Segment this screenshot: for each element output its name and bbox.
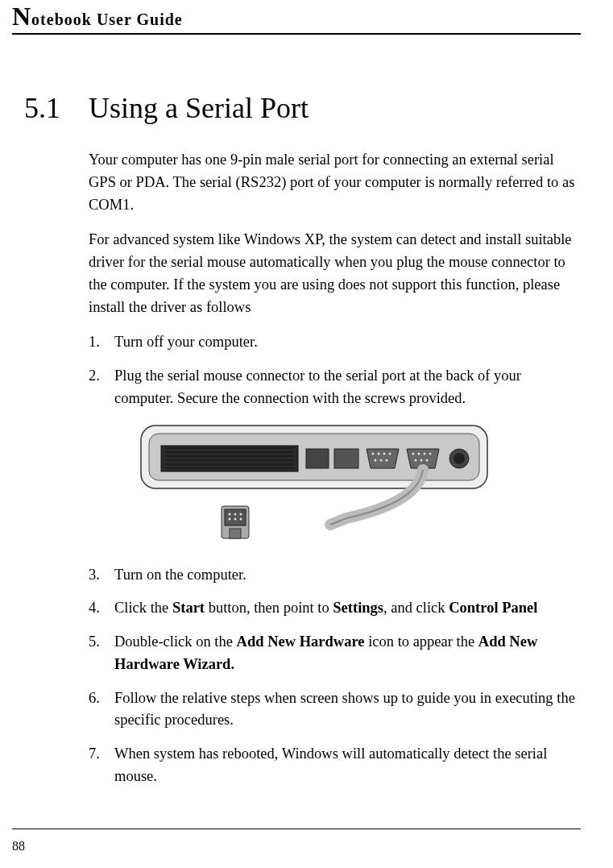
paragraph-2: For advanced system like Windows XP, the… [89, 229, 577, 318]
svg-point-14 [389, 452, 391, 455]
svg-point-20 [424, 452, 426, 455]
svg-point-16 [380, 459, 383, 461]
svg-point-26 [454, 453, 465, 464]
svg-point-33 [234, 517, 237, 520]
svg-rect-9 [306, 449, 329, 468]
serial-connector-icon [222, 506, 249, 538]
step-3: Turn on the computer. [89, 564, 577, 587]
step-6: Follow the relative steps when screen sh… [89, 687, 577, 733]
svg-point-34 [240, 517, 242, 520]
svg-point-19 [418, 452, 420, 455]
svg-rect-2 [161, 446, 298, 471]
serial-port-icon [367, 449, 399, 468]
svg-point-29 [229, 513, 231, 515]
svg-rect-10 [334, 449, 358, 468]
step-1: Turn off your computer. [89, 331, 577, 354]
svg-point-18 [412, 452, 415, 455]
svg-point-22 [415, 459, 417, 461]
footer-rule [12, 829, 581, 829]
svg-rect-35 [230, 529, 241, 538]
section-title: Using a Serial Port [89, 92, 309, 124]
step-4: Click the Start button, then point to Se… [89, 597, 577, 620]
page-number: 88 [12, 839, 25, 853]
header-rest: otebook User Guide [31, 10, 183, 28]
svg-rect-28 [225, 509, 246, 525]
svg-point-23 [420, 459, 423, 461]
svg-point-32 [229, 517, 231, 520]
step-5: Double-click on the Add New Hardware ico… [89, 631, 577, 676]
header-title: Notebook User Guide [12, 10, 183, 28]
svg-point-12 [378, 452, 380, 455]
svg-point-15 [375, 459, 377, 461]
laptop-rear-illustration [137, 422, 491, 546]
paragraph-1: Your computer has one 9-pin male serial … [89, 149, 577, 216]
running-header: Notebook User Guide [12, 0, 581, 35]
header-big-letter: N [12, 2, 31, 31]
svg-point-17 [386, 459, 388, 461]
steps-list-cont: Turn on the computer. Click the Start bu… [89, 564, 577, 788]
section-number: 5.1 [24, 91, 89, 125]
figure-laptop-rear [137, 422, 577, 550]
svg-point-24 [426, 459, 429, 461]
step-2: Plug the serial mouse connector to the s… [89, 365, 577, 410]
steps-list: Turn off your computer. Plug the serial … [89, 331, 577, 409]
section-heading: 5.1Using a Serial Port [24, 91, 577, 125]
svg-point-11 [372, 452, 375, 455]
svg-point-13 [383, 452, 386, 455]
svg-point-21 [429, 452, 432, 455]
svg-point-30 [234, 513, 237, 515]
svg-point-31 [240, 513, 242, 515]
step-7: When system has rebooted, Windows will a… [89, 743, 577, 788]
